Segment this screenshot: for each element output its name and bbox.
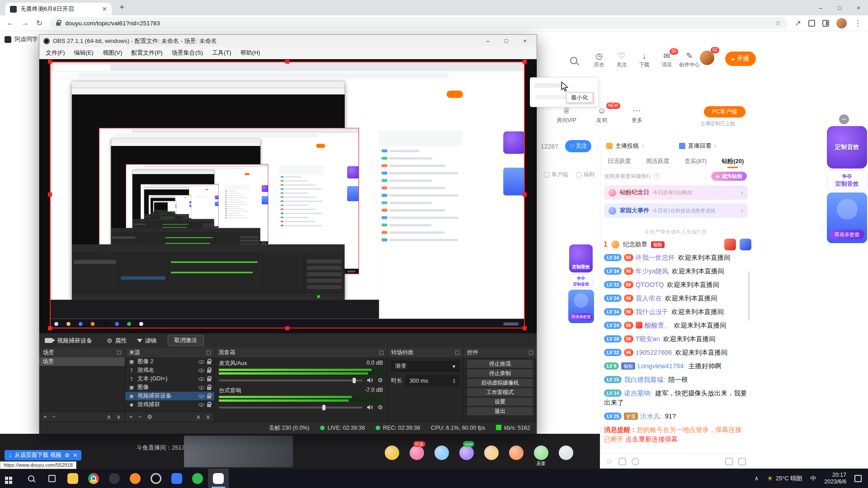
go-live-button[interactable]: ▸开播 — [725, 52, 756, 66]
pc-client-button[interactable]: PC客户端 — [704, 106, 745, 117]
task-view-button[interactable] — [42, 469, 62, 488]
transition-select[interactable]: 渐变▾ — [391, 361, 459, 371]
panel-tab[interactable]: 周活跃度 — [646, 155, 670, 168]
screen-capture-source[interactable] — [50, 61, 525, 328]
obs-menu-item-2[interactable]: 视图(V) — [98, 47, 127, 59]
add-scene-button[interactable]: + — [43, 413, 47, 420]
panel-tab[interactable]: 钻粉(20) — [722, 155, 744, 168]
resize-handle[interactable] — [523, 326, 527, 330]
obs-preview[interactable] — [39, 59, 537, 333]
gift-shortcut-icon[interactable] — [740, 239, 751, 250]
follow-button[interactable]: ♡关注 — [565, 140, 591, 152]
topnav-download[interactable]: ↓下载 — [634, 52, 655, 68]
speaker-icon[interactable] — [367, 377, 373, 383]
pin-icon[interactable] — [529, 351, 533, 355]
pin-icon[interactable] — [117, 351, 121, 355]
gift-item[interactable] — [385, 446, 399, 460]
resize-handle[interactable] — [285, 326, 289, 330]
add-source-button[interactable]: + — [129, 413, 133, 420]
obs-title-bar[interactable]: OBS 27.1.1 (64-bit, windows) - 配置文件: 未命名… — [39, 35, 537, 47]
resize-handle[interactable] — [523, 60, 527, 64]
browser-profile-avatar[interactable] — [836, 18, 847, 28]
new-tab-button[interactable]: + — [119, 2, 124, 12]
room-action-友邻[interactable]: ☺NEW友邻 — [584, 106, 619, 124]
promo-custom-sound-badge[interactable]: 定制音效 — [827, 126, 867, 169]
source-row[interactable]: T游戏名 — [125, 366, 214, 375]
promo-double-card[interactable]: 双倍亲密度 — [827, 192, 867, 243]
obs-control-4[interactable]: 设置 — [467, 398, 533, 406]
obs-menu-item-4[interactable]: 场景集合(S) — [167, 47, 208, 59]
promo-contest-card[interactable]: 争夺 定制音效 — [827, 170, 867, 190]
firefox[interactable] — [125, 469, 146, 488]
share-icon[interactable]: ↗ — [795, 19, 801, 28]
browser-tab[interactable]: 无畏终测6月8日开启 ✕ — [5, 3, 112, 15]
eye-icon[interactable] — [198, 369, 204, 372]
address-bar[interactable]: douyu.com/topic/val61?rid=251783 ☆ — [50, 17, 788, 29]
close-icon[interactable]: ✕ — [73, 452, 77, 459]
chat-username[interactable]: T晓安an — [636, 335, 660, 343]
obs-menu-item-6[interactable]: 帮助(H) — [236, 47, 265, 59]
slider-knob[interactable] — [353, 378, 356, 383]
lock-icon[interactable] — [207, 387, 211, 390]
filters-button[interactable]: 滤镜 — [137, 337, 157, 345]
gift-shortcut-icon[interactable] — [724, 239, 736, 250]
resize-handle[interactable] — [285, 60, 289, 64]
scene-down-button[interactable]: ∨ — [116, 413, 121, 420]
source-row[interactable]: T文本 (GDI+) — [125, 375, 214, 383]
scene-up-button[interactable]: ∧ — [107, 413, 111, 420]
eye-icon[interactable] — [198, 394, 204, 398]
pin-icon[interactable] — [379, 351, 383, 355]
window-minimize-button[interactable]: – — [811, 0, 830, 15]
obs-control-0[interactable]: 停止推流 — [467, 360, 533, 368]
panel-tab[interactable]: 日活跃度 — [608, 155, 631, 168]
chat-scrollbar[interactable] — [748, 271, 750, 321]
promo-sticker-custom-sound[interactable]: 定制音效 — [569, 244, 593, 272]
source-row[interactable]: ▣图像 — [125, 383, 214, 392]
obs-control-3[interactable]: 工作室模式 — [467, 388, 533, 396]
promo-sticker-contest[interactable]: 争夺定制音效 — [569, 274, 593, 288]
mixer-gear-icon[interactable]: ⚙ — [377, 377, 383, 384]
eye-icon[interactable] — [198, 377, 204, 381]
weather-widget[interactable]: ☀25°C 晴朗 — [767, 474, 802, 483]
uploads-header[interactable]: 主播投稿 › — [600, 138, 679, 154]
obs-menu-item-3[interactable]: 配置文件(P) — [127, 47, 167, 59]
source-row[interactable]: ▣图像 2 — [125, 357, 214, 366]
gift-item[interactable]: new — [459, 446, 474, 460]
lock-icon[interactable] — [207, 361, 211, 364]
deactivate-button[interactable]: 取消激活 — [168, 335, 204, 346]
topnav-follow[interactable]: ♡关注 — [611, 52, 632, 68]
gift-item[interactable] — [509, 446, 524, 460]
volume-slider[interactable] — [219, 380, 363, 381]
chat-username[interactable]: 1905227606 — [636, 349, 672, 356]
browser-menu-icon[interactable]: ⋮ — [854, 19, 862, 28]
page-brand[interactable]: 阿虚同学 — [5, 35, 38, 43]
settings-icon[interactable] — [725, 458, 733, 465]
bookmark-star-icon[interactable]: ☆ — [775, 19, 781, 27]
side-link-client[interactable]: 客户端 — [544, 171, 568, 178]
source-row[interactable]: ◉视频捕获设备 — [125, 392, 214, 400]
side-panel-icon[interactable] — [822, 20, 829, 27]
replay-header[interactable]: 直播回看 › — [679, 138, 752, 154]
chat-list[interactable]: LV 24Hi许我一世忠怀欢迎来到本直播间LV 34Hi年少ya随风欢迎来到本直… — [600, 252, 751, 454]
promo-minimize-button[interactable]: – — [839, 114, 849, 124]
source-down-button[interactable]: ∨ — [206, 413, 210, 420]
download-video-button[interactable]: ↓ 从该页面下载 视频 ⚙ ✕ — [5, 450, 81, 460]
slider-knob[interactable] — [322, 405, 326, 410]
clock[interactable]: 20:172023/6/6 — [824, 472, 846, 485]
gift-item[interactable]: 巫婆 — [534, 446, 548, 460]
lock-icon[interactable] — [207, 378, 211, 381]
obs-menu-item-5[interactable]: 工具(T) — [208, 47, 236, 59]
gift-item[interactable] — [559, 446, 573, 460]
eye-icon[interactable] — [198, 386, 204, 389]
speaker-icon[interactable] — [367, 404, 373, 410]
eye-icon[interactable] — [198, 360, 204, 364]
obs-window[interactable]: OBS 27.1.1 (64-bit, windows) - 配置文件: 未命名… — [39, 34, 537, 434]
resize-handle[interactable] — [48, 60, 52, 64]
ime-indicator[interactable]: 中 — [810, 474, 816, 483]
mixer-gear-icon[interactable]: ⚙ — [377, 404, 383, 411]
panel-tab[interactable]: 贵宾(87) — [684, 155, 707, 168]
app-blue[interactable] — [166, 469, 187, 488]
duration-field[interactable]: 300 ms▲▼ — [406, 375, 459, 386]
douyu-cat[interactable] — [208, 469, 229, 488]
keyboard-icon[interactable] — [738, 458, 746, 465]
